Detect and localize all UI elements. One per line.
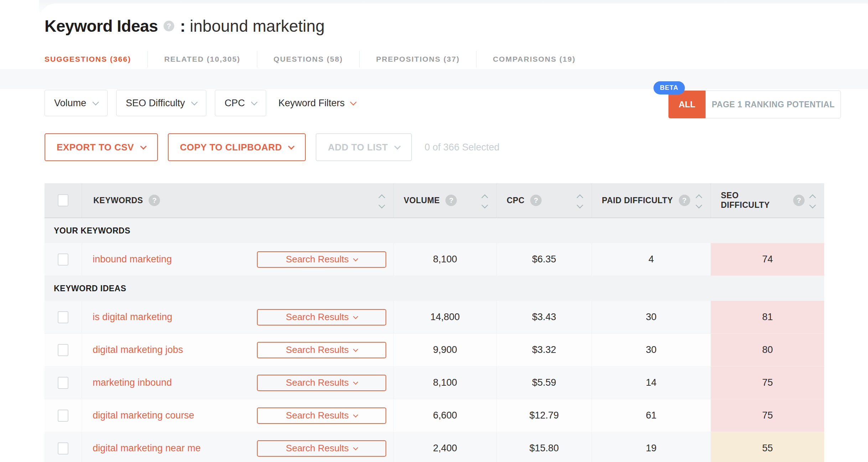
title-help-icon[interactable]: ?: [164, 21, 174, 31]
page1-ranking-potential-button[interactable]: PAGE 1 RANKING POTENTIAL: [706, 91, 841, 118]
cpc-value: $6.35: [532, 254, 556, 265]
row-keyword-cell: is digital marketing Search Results: [82, 301, 394, 333]
search-results-button[interactable]: Search Results: [257, 407, 386, 424]
row-keyword-cell: inbound marketing Search Results: [82, 243, 394, 276]
tab-comparisons[interactable]: COMPARISONS (19): [476, 51, 592, 67]
search-results-label: Search Results: [286, 312, 348, 323]
ranking-potential-toggle: ALL PAGE 1 RANKING POTENTIAL: [668, 91, 841, 118]
search-results-label: Search Results: [286, 254, 348, 265]
chevron-down-icon: [353, 445, 358, 450]
row-paid-difficulty-cell: 30: [592, 334, 711, 366]
row-cpc-cell: $15.80: [497, 432, 592, 462]
seo-difficulty-filter-dropdown[interactable]: SEO Difficulty: [116, 90, 206, 116]
search-results-button[interactable]: Search Results: [257, 375, 386, 391]
cpc-header-label: CPC: [507, 196, 525, 205]
volume-help-icon[interactable]: ?: [445, 195, 457, 206]
row-volume-cell: 14,800: [394, 301, 497, 333]
sort-down-icon: [481, 202, 488, 208]
cpc-help-icon[interactable]: ?: [530, 195, 542, 206]
tab-related[interactable]: RELATED (10,305): [148, 51, 257, 67]
seo-difficulty-help-icon[interactable]: ?: [793, 195, 805, 206]
row-checkbox[interactable]: [58, 410, 68, 422]
keywords-help-icon[interactable]: ?: [149, 195, 160, 206]
add-to-list-button[interactable]: ADD TO LIST: [316, 133, 412, 161]
paid-difficulty-value: 61: [646, 410, 656, 421]
keyword-filters-dropdown[interactable]: Keyword Filters: [278, 98, 356, 109]
row-paid-difficulty-cell: 14: [592, 366, 711, 399]
keyword-link[interactable]: is digital marketing: [93, 312, 172, 323]
paid-difficulty-sort-control[interactable]: [697, 193, 701, 207]
volume-filter-dropdown[interactable]: Volume: [45, 90, 108, 116]
volume-sort-control[interactable]: [482, 193, 487, 207]
sort-up-icon: [378, 194, 385, 201]
sort-up-icon: [481, 194, 488, 201]
keyword-link[interactable]: digital marketing course: [93, 410, 194, 421]
volume-value: 14,800: [430, 312, 460, 323]
row-checkbox[interactable]: [58, 442, 68, 455]
tab-suggestions[interactable]: SUGGESTIONS (366): [45, 51, 148, 67]
row-paid-difficulty-cell: 30: [592, 301, 711, 333]
cpc-sort-control[interactable]: [578, 193, 582, 207]
row-cpc-cell: $6.35: [497, 243, 592, 276]
tab-questions[interactable]: QUESTIONS (58): [257, 51, 360, 67]
actions-bar: EXPORT TO CSV COPY TO CLIPBOARD ADD TO L…: [45, 133, 500, 161]
row-paid-difficulty-cell: 61: [592, 399, 711, 432]
chevron-down-icon: [191, 99, 197, 105]
copy-to-clipboard-button[interactable]: COPY TO CLIPBOARD: [168, 133, 306, 161]
row-volume-cell: 9,900: [394, 334, 497, 366]
search-results-label: Search Results: [286, 410, 348, 421]
volume-value: 8,100: [433, 377, 457, 388]
table-row: digital marketing jobs Search Results 9,…: [45, 334, 824, 366]
search-results-button[interactable]: Search Results: [257, 251, 386, 268]
search-results-button[interactable]: Search Results: [257, 440, 386, 457]
search-results-button[interactable]: Search Results: [257, 342, 386, 358]
row-seo-difficulty-cell: 74: [711, 243, 824, 276]
row-checkbox[interactable]: [58, 344, 68, 356]
volume-value: 9,900: [433, 344, 457, 355]
export-to-csv-button[interactable]: EXPORT TO CSV: [45, 133, 158, 161]
seo-difficulty-value: 80: [762, 344, 773, 355]
row-checkbox-cell: [45, 432, 82, 462]
keyword-link[interactable]: marketing inbound: [93, 377, 172, 388]
chevron-down-icon: [353, 314, 358, 319]
row-checkbox[interactable]: [58, 253, 68, 266]
keywords-sort-control[interactable]: [379, 193, 384, 207]
volume-value: 6,600: [433, 410, 457, 421]
paid-difficulty-header-cell: PAID DIFFICULTY ?: [592, 183, 711, 217]
volume-filter-label: Volume: [54, 98, 86, 109]
row-checkbox[interactable]: [58, 377, 68, 389]
cpc-value: $3.32: [532, 344, 556, 355]
paid-difficulty-value: 4: [649, 254, 654, 265]
paid-difficulty-help-icon[interactable]: ?: [679, 195, 690, 206]
seo-difficulty-header-cell: SEO DIFFICULTY ?: [711, 183, 824, 217]
row-cpc-cell: $5.59: [497, 366, 592, 399]
keyword-link[interactable]: inbound marketing: [93, 254, 172, 265]
volume-value: 2,400: [433, 443, 457, 454]
search-results-label: Search Results: [286, 443, 348, 454]
sort-down-icon: [696, 202, 702, 208]
keyword-link[interactable]: digital marketing jobs: [93, 344, 183, 355]
seo-difficulty-sort-control[interactable]: [810, 193, 815, 207]
row-cpc-cell: $3.32: [497, 334, 592, 366]
tab-section-divider-band: [0, 69, 868, 89]
row-keyword-cell: digital marketing course Search Results: [82, 399, 394, 432]
row-checkbox-cell: [45, 243, 82, 276]
row-checkbox-cell: [45, 301, 82, 333]
keyword-table: KEYWORDS ? VOLUME ? CPC ?: [45, 183, 824, 462]
row-keyword-cell: digital marketing near me Search Results: [82, 432, 394, 462]
cpc-filter-dropdown[interactable]: CPC: [215, 90, 266, 116]
ranking-all-button[interactable]: ALL: [668, 91, 706, 118]
tab-prepositions[interactable]: PREPOSITIONS (37): [360, 51, 476, 67]
sort-up-icon: [809, 194, 816, 201]
search-results-button[interactable]: Search Results: [257, 309, 386, 325]
search-results-label: Search Results: [286, 344, 348, 355]
table-header-row: KEYWORDS ? VOLUME ? CPC ?: [45, 183, 824, 218]
seo-difficulty-value: 55: [762, 443, 773, 454]
row-checkbox[interactable]: [58, 311, 68, 323]
chevron-down-icon: [353, 412, 358, 417]
select-all-checkbox[interactable]: [58, 194, 68, 206]
keyword-link[interactable]: digital marketing near me: [93, 443, 201, 454]
add-to-list-label: ADD TO LIST: [328, 142, 388, 153]
row-checkbox-cell: [45, 366, 82, 399]
row-checkbox-cell: [45, 399, 82, 432]
